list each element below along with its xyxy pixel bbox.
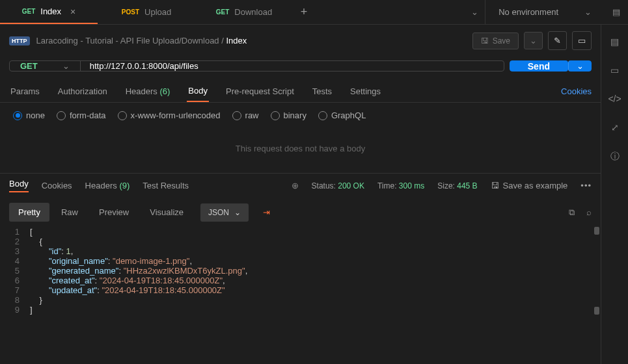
chevron-down-icon: ⌄ — [234, 208, 241, 217]
view-row: Pretty Raw Preview Visualize JSON ⌄ ⇥ ⧉ … — [0, 198, 601, 227]
tab-headers[interactable]: Headers (6) — [124, 81, 172, 101]
radio-graphql[interactable]: GraphQL — [318, 110, 366, 120]
time-badge: Time: 300 ms — [377, 181, 424, 190]
search-icon[interactable]: ⌕ — [586, 207, 592, 217]
save-icon: 🖫 — [491, 181, 499, 190]
chevron-down-icon: ⌄ — [62, 61, 70, 71]
save-icon: 🖫 — [481, 36, 489, 46]
method-value: GET — [20, 61, 38, 71]
documentation-icon[interactable]: ▤ — [610, 36, 619, 47]
code-icon[interactable]: </> — [608, 94, 621, 104]
top-bar: GET Index × POST Upload GET Download + ⌄… — [0, 0, 628, 25]
request-tabs: Params Authorization Headers (6) Body Pr… — [0, 81, 601, 103]
method-selector[interactable]: GET ⌄ — [10, 61, 81, 71]
tab-upload[interactable]: POST Upload — [98, 0, 195, 24]
environment-quicklook-icon[interactable]: ▤ — [605, 7, 628, 17]
breadcrumb-row: HTTP Laracoding - Tutorial - API File Up… — [0, 25, 601, 57]
radio-none[interactable]: none — [13, 110, 45, 120]
radio-raw[interactable]: raw — [232, 110, 259, 120]
tabs-dropdown[interactable]: ⌄ — [465, 7, 485, 17]
status-badge: Status: 200 OK — [312, 181, 364, 190]
resp-tab-testresults[interactable]: Test Results — [143, 181, 189, 190]
url-row: GET ⌄ Send ⌄ — [0, 57, 601, 81]
scrollbar[interactable] — [594, 307, 599, 315]
size-badge: Size: 445 B — [437, 181, 477, 190]
method-badge: POST — [122, 8, 139, 16]
resp-tab-cookies[interactable]: Cookies — [42, 181, 72, 190]
save-as-example[interactable]: 🖫 Save as example — [491, 181, 568, 190]
environment-label: No environment — [498, 7, 558, 17]
body-type-radios: none form-data x-www-form-urlencoded raw… — [0, 103, 601, 128]
comments-icon[interactable]: ▭ — [610, 65, 619, 75]
view-visualize[interactable]: Visualize — [141, 203, 193, 222]
tab-label: Download — [234, 7, 272, 17]
response-bar: Body Cookies Headers (9) Test Results ⊕ … — [0, 173, 601, 198]
copy-icon[interactable]: ⧉ — [569, 207, 575, 218]
resp-tab-headers[interactable]: Headers (9) — [85, 181, 130, 190]
chevron-down-icon: ⌄ — [584, 7, 592, 17]
breadcrumb-sep: / — [221, 36, 224, 46]
response-body[interactable]: 1[ 2 { 3 "id": 1, 4 "original_name": "de… — [0, 227, 601, 315]
globe-icon[interactable]: ⊕ — [292, 181, 299, 190]
no-body-message: This request does not have a body — [0, 128, 601, 173]
breadcrumb[interactable]: Laracoding - Tutorial - API File Upload/… — [36, 36, 466, 46]
wrap-lines-icon[interactable]: ⇥ — [256, 203, 277, 222]
tab-params[interactable]: Params — [9, 81, 41, 101]
url-input[interactable] — [81, 61, 504, 71]
http-badge: HTTP — [9, 36, 30, 46]
tab-label: Index — [40, 6, 61, 16]
tab-body[interactable]: Body — [187, 81, 209, 102]
tab-download[interactable]: GET Download — [195, 0, 293, 24]
save-button[interactable]: 🖫 Save — [472, 32, 519, 49]
tab-prerequest[interactable]: Pre-request Script — [225, 81, 295, 101]
environment-selector[interactable]: No environment ⌄ — [485, 0, 605, 24]
expand-icon[interactable]: ⤢ — [611, 122, 619, 133]
resp-tab-body[interactable]: Body — [9, 179, 29, 192]
new-tab-button[interactable]: + — [293, 5, 315, 19]
more-icon[interactable]: ••• — [580, 181, 592, 190]
radio-formdata[interactable]: form-data — [57, 110, 106, 120]
method-badge: GET — [22, 8, 36, 15]
view-pretty[interactable]: Pretty — [9, 203, 49, 222]
scrollbar[interactable] — [594, 227, 599, 235]
cookies-link[interactable]: Cookies — [561, 81, 592, 101]
tab-tests[interactable]: Tests — [311, 81, 333, 101]
tab-settings[interactable]: Settings — [349, 81, 382, 101]
tab-authorization[interactable]: Authorization — [57, 81, 109, 101]
save-label: Save — [493, 36, 510, 46]
format-selector[interactable]: JSON ⌄ — [200, 203, 249, 222]
view-preview[interactable]: Preview — [90, 203, 138, 222]
save-dropdown[interactable]: ⌄ — [524, 32, 543, 49]
method-badge: GET — [216, 8, 230, 16]
tab-index[interactable]: GET Index × — [0, 0, 98, 24]
edit-icon[interactable]: ✎ — [548, 31, 567, 50]
tabs-row: GET Index × POST Upload GET Download + — [0, 0, 465, 24]
close-icon[interactable]: × — [70, 6, 75, 17]
comment-icon[interactable]: ▭ — [572, 31, 592, 50]
breadcrumb-path: Laracoding - Tutorial - API File Upload/… — [36, 36, 219, 46]
right-sidebar: ▤ ▭ </> ⤢ ⓘ — [601, 25, 628, 364]
radio-xwww[interactable]: x-www-form-urlencoded — [118, 110, 221, 120]
info-icon[interactable]: ⓘ — [610, 151, 620, 162]
view-raw[interactable]: Raw — [52, 203, 87, 222]
tab-label: Upload — [144, 7, 171, 17]
send-dropdown[interactable]: ⌄ — [568, 60, 592, 72]
breadcrumb-current: Index — [226, 36, 247, 46]
radio-binary[interactable]: binary — [271, 110, 307, 120]
send-button[interactable]: Send — [510, 60, 568, 72]
